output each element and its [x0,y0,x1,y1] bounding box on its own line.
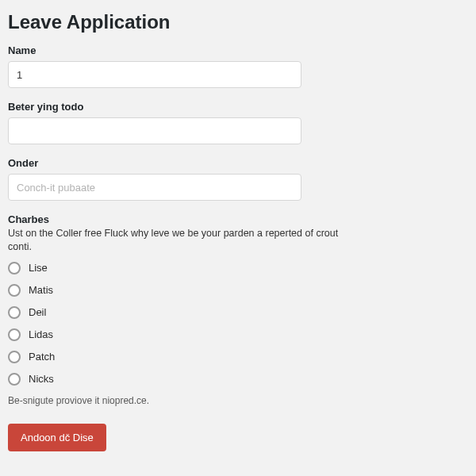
submit-button[interactable]: Andoon dč Dise [8,424,106,451]
helper-text: Be-snigute proviove it niopred.ce. [8,395,463,406]
radio-label: Nicks [29,373,54,385]
radio-option-deil[interactable]: Deil [8,306,463,319]
radio-icon [8,262,21,274]
radio-option-patch[interactable]: Patch [8,351,463,363]
field-name: Name [8,44,463,88]
radio-icon [8,328,21,341]
radio-option-lise[interactable]: Lise [8,262,463,274]
charbes-description: Ust on the Coller free Fluck why leve we… [8,227,349,254]
radio-icon [8,373,21,386]
name-label: Name [8,44,463,56]
name-input[interactable] [8,61,301,88]
beter-input[interactable] [8,117,301,144]
onder-input[interactable] [8,174,301,201]
radio-icon [8,351,21,363]
radio-label: Lise [29,262,48,274]
radio-label: Lidas [29,328,53,340]
radio-option-matis[interactable]: Matis [8,284,463,297]
radio-label: Patch [29,351,55,363]
page-title: Leave Application [8,11,463,33]
radio-icon [8,306,21,319]
beter-label: Beter ying todo [8,101,463,113]
charbes-label: Charbes [8,213,463,225]
radio-label: Matis [29,284,53,296]
charbes-group: Charbes Ust on the Coller free Fluck why… [8,213,463,386]
radio-option-nicks[interactable]: Nicks [8,373,463,386]
field-beter: Beter ying todo [8,101,463,144]
field-onder: Onder [8,157,463,201]
radio-icon [8,284,21,297]
radio-label: Deil [29,306,46,318]
onder-label: Onder [8,157,463,169]
radio-option-lidas[interactable]: Lidas [8,328,463,341]
